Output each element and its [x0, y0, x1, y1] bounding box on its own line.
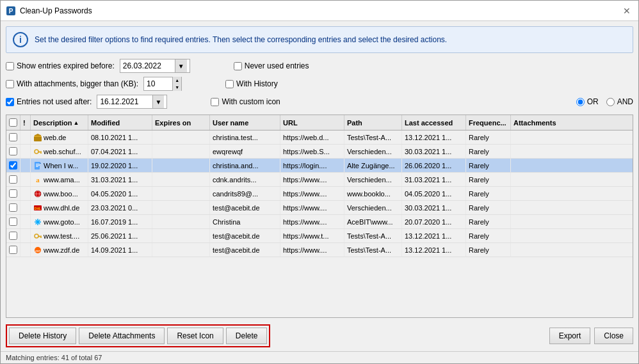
close-window-button[interactable]: ✕: [620, 4, 633, 17]
row-attachments-8: [511, 243, 562, 257]
row-path-1: Verschieden...: [344, 145, 402, 158]
th-attachments[interactable]: Attachments: [511, 115, 562, 130]
or-radio[interactable]: [576, 98, 585, 106]
row-checkbox-7[interactable]: [6, 229, 20, 242]
custom-icon-checkbox[interactable]: [211, 98, 219, 106]
select-all-checkbox[interactable]: [9, 118, 17, 127]
th-description[interactable]: Description▲: [31, 115, 88, 130]
row-icon-7: [33, 232, 42, 241]
delete-history-button[interactable]: Delete History: [9, 328, 76, 344]
close-button[interactable]: Close: [594, 328, 633, 344]
row-checkbox-2[interactable]: [6, 159, 20, 172]
with-history-label[interactable]: With History: [225, 79, 278, 88]
row-check-1[interactable]: [9, 147, 17, 155]
row-alert-7: [20, 229, 31, 242]
row-check-7[interactable]: [9, 232, 17, 240]
row-attachments-2: [511, 159, 562, 172]
th-path[interactable]: Path: [344, 115, 402, 130]
table-row[interactable]: www.test.... 25.06.2021 1... test@acebit…: [6, 229, 633, 243]
table-row[interactable]: ZDF www.zdf.de 14.09.2021 1... test@aceb…: [6, 243, 633, 257]
th-alert[interactable]: !: [20, 115, 31, 130]
reset-icon-button[interactable]: Reset Icon: [167, 328, 223, 344]
row-check-0[interactable]: [9, 133, 17, 141]
row-checkbox-6[interactable]: [6, 215, 20, 228]
th-modified[interactable]: Modified: [88, 115, 152, 130]
row-attachments-3: [511, 173, 562, 186]
with-history-checkbox[interactable]: [225, 80, 234, 88]
row-checkbox-0[interactable]: [6, 131, 20, 144]
th-url[interactable]: URL: [280, 115, 344, 130]
row-icon-3: a: [33, 175, 42, 184]
attachments-spinners[interactable]: ▲ ▼: [172, 77, 181, 91]
table-row[interactable]: web.de 08.10.2021 1... christina.test...…: [6, 131, 633, 145]
row-url-5: https://www....: [280, 201, 344, 214]
or-radio-label[interactable]: OR: [576, 97, 599, 106]
delete-button[interactable]: Delete: [226, 328, 268, 344]
th-frequency[interactable]: Frequenc...: [466, 115, 511, 130]
th-checkbox[interactable]: [6, 115, 20, 130]
row-attachments-0: [511, 131, 562, 144]
never-used-checkbox[interactable]: [234, 62, 242, 70]
expired-before-date-btn[interactable]: ▼: [175, 59, 187, 72]
row-check-5[interactable]: [9, 203, 17, 212]
row-attachments-5: [511, 201, 562, 214]
not-used-after-date-btn[interactable]: ▼: [152, 95, 165, 108]
table-row[interactable]: When I w... 19.02.2020 1... christina.an…: [6, 159, 633, 173]
row-checkbox-4[interactable]: [6, 187, 20, 200]
row-username-0: christina.test...: [210, 131, 280, 144]
table-row[interactable]: www.goto... 16.07.2019 1... Christina ht…: [6, 215, 633, 229]
custom-icon-label[interactable]: With custom icon: [211, 97, 280, 106]
row-checkbox-8[interactable]: [6, 243, 20, 257]
attachments-decrement[interactable]: ▼: [173, 84, 181, 91]
not-used-after-label[interactable]: Entries not used after:: [6, 97, 92, 106]
svg-text:DHL: DHL: [35, 206, 41, 210]
row-check-2[interactable]: [9, 161, 17, 170]
table-row[interactable]: www.boo... 04.05.2020 1... candrits89@..…: [6, 187, 633, 201]
row-alert-6: [20, 215, 31, 228]
th-username[interactable]: User name: [210, 115, 280, 130]
row-frequency-2: Rarely: [466, 159, 511, 172]
expired-before-label[interactable]: Show entries expired before:: [6, 61, 115, 70]
svg-rect-9: [36, 164, 40, 164]
th-last-accessed[interactable]: Last accessed: [402, 115, 466, 130]
row-checkbox-1[interactable]: [6, 145, 20, 158]
row-url-7: https://www.t...: [280, 229, 344, 242]
or-and-group: OR AND: [576, 97, 633, 106]
row-check-6[interactable]: [9, 218, 17, 226]
and-radio-label[interactable]: AND: [606, 97, 633, 106]
attachments-increment[interactable]: ▲: [173, 77, 181, 84]
not-used-after-checkbox[interactable]: [6, 98, 14, 106]
row-checkbox-3[interactable]: [6, 173, 20, 186]
row-expires-5: [152, 201, 210, 214]
row-check-8[interactable]: [9, 246, 17, 254]
row-url-6: https://www....: [280, 215, 344, 228]
row-description-4: www.boo...: [31, 187, 88, 200]
expired-before-date-input[interactable]: 26.03.2022 ▼: [120, 59, 190, 73]
th-expires[interactable]: Expires on: [152, 115, 210, 130]
table-row[interactable]: DHL www.dhl.de 23.03.2021 0... test@aceb…: [6, 201, 633, 215]
not-used-after-date-input[interactable]: 16.12.2021 ▼: [97, 95, 167, 109]
row-frequency-6: Rarely: [466, 215, 511, 228]
info-text: Set the desired filter options to find r…: [35, 35, 447, 45]
export-button[interactable]: Export: [549, 328, 591, 344]
row-modified-2: 19.02.2020 1...: [88, 159, 152, 172]
never-used-label[interactable]: Never used entries: [234, 61, 309, 70]
row-expires-0: [152, 131, 210, 144]
expired-before-checkbox[interactable]: [6, 62, 14, 70]
table-row[interactable]: a www.ama... 31.03.2021 1... cdnk.andrit…: [6, 173, 633, 187]
row-path-8: Tests\Test-A...: [344, 243, 402, 257]
attachments-label[interactable]: With attachments, bigger than (KB):: [6, 79, 138, 88]
row-modified-8: 14.09.2021 1...: [88, 243, 152, 257]
svg-text:ZDF: ZDF: [35, 249, 40, 252]
delete-attachments-button[interactable]: Delete Attachments: [79, 328, 165, 344]
row-checkbox-5[interactable]: [6, 201, 20, 214]
table-row[interactable]: web.schuf... 07.04.2021 1... ewqrewqf ht…: [6, 145, 633, 159]
row-frequency-4: Rarely: [466, 187, 511, 200]
row-description-2: When I w...: [31, 159, 88, 172]
attachments-size-input[interactable]: 10 ▲ ▼: [143, 77, 182, 91]
row-frequency-7: Rarely: [466, 229, 511, 242]
row-check-4[interactable]: [9, 189, 17, 198]
attachments-checkbox[interactable]: [6, 80, 14, 88]
and-radio[interactable]: [606, 98, 615, 106]
row-check-3[interactable]: [9, 175, 17, 184]
